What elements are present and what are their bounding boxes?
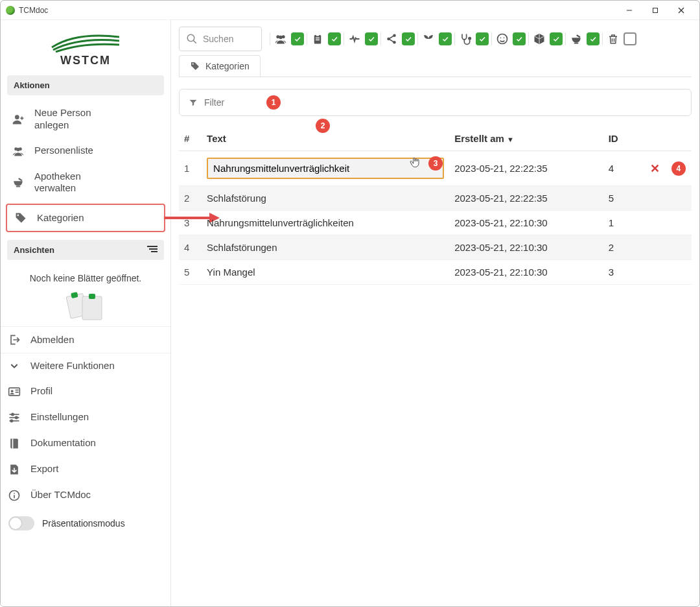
chevron-down-icon	[7, 361, 21, 371]
checkbox[interactable]	[476, 32, 489, 45]
svg-point-33	[187, 34, 194, 42]
checkbox[interactable]	[439, 32, 452, 45]
svg-point-48	[498, 34, 508, 44]
toolbar-filter-smile[interactable]	[491, 32, 526, 45]
window-maximize-button[interactable]	[642, 1, 668, 19]
filter-bar[interactable]: Filter 1	[179, 89, 692, 116]
svg-point-37	[279, 36, 283, 40]
sidebar-item-label: Export	[30, 463, 164, 475]
clipboard-illustration	[1, 283, 170, 324]
sidebar-item-label: Einstellungen	[30, 411, 164, 423]
cell-text: Schlafstörungen	[202, 235, 449, 260]
toolbar-filter-mortar[interactable]	[565, 32, 600, 45]
clipboard-icon	[311, 32, 324, 45]
svg-line-46	[390, 40, 393, 42]
hand-cursor-icon	[409, 155, 421, 171]
cell-num: 5	[179, 260, 202, 285]
delete-x-icon[interactable]: ✕	[650, 162, 660, 175]
presentation-mode-toggle[interactable]	[8, 516, 34, 530]
checkbox[interactable]	[365, 32, 378, 45]
toolbar-filter-clipboard[interactable]	[307, 32, 341, 45]
svg-point-9	[18, 215, 19, 217]
table-row[interactable]: 3Nahrungsmittelunverträglichkeiten2023-0…	[179, 211, 692, 235]
cell-text-editing[interactable]: 3	[202, 151, 449, 186]
checkbox[interactable]	[402, 32, 415, 45]
window-minimize-button[interactable]	[616, 1, 642, 19]
col-head-id[interactable]: ID	[603, 126, 644, 151]
window-title: TCMdoc	[19, 6, 48, 15]
seedling-icon	[422, 32, 435, 45]
checkbox[interactable]	[291, 32, 304, 45]
svg-point-20	[11, 390, 14, 392]
table-row[interactable]: 2Schlafstörung2023-05-21, 22:22:355	[179, 186, 692, 211]
cell-num: 3	[179, 211, 202, 235]
svg-line-34	[193, 40, 196, 43]
sidebar-item-profil[interactable]: Profil	[1, 379, 170, 405]
toolbar-filter-cube[interactable]	[528, 32, 563, 45]
checkbox[interactable]	[587, 32, 600, 45]
col-head-num[interactable]: #	[179, 126, 202, 151]
logo-waves-icon	[47, 30, 124, 53]
sidebar-item-abmelden[interactable]: Abmelden	[1, 327, 170, 353]
cell-num: 4	[179, 235, 202, 260]
search-placeholder: Suchen	[203, 34, 233, 44]
sidebar-item-kategorien[interactable]: Kategorien	[6, 204, 165, 232]
tab-kategorien[interactable]: Kategorien	[179, 55, 261, 77]
checkbox[interactable]	[550, 32, 563, 45]
sidebar-item-apotheken[interactable]: Apotheken verwalten	[5, 164, 167, 202]
sidebar-item-ueber[interactable]: Über TCMdoc	[1, 482, 170, 508]
window-close-button[interactable]	[668, 1, 694, 19]
sidebar-item-dokumentation[interactable]: Dokumentation	[1, 431, 170, 457]
toolbar: Suchen	[171, 20, 699, 55]
cell-num: 2	[179, 186, 202, 211]
cell-text: Yin Mangel	[202, 260, 449, 285]
sidebar-item-label: Dokumentation	[30, 437, 164, 449]
filter-icon	[189, 98, 198, 107]
cube-icon	[533, 32, 546, 45]
checkbox[interactable]	[624, 32, 636, 45]
callout-marker-2: 2	[316, 119, 330, 133]
search-input[interactable]: Suchen	[179, 27, 262, 51]
cell-delete[interactable]: ✕	[644, 151, 666, 186]
col-head-text[interactable]: Text 2	[202, 126, 449, 151]
mortar-icon	[11, 176, 25, 189]
cell-id: 5	[603, 186, 644, 211]
toolbar-filter-stethoscope[interactable]	[454, 32, 489, 45]
toolbar-filter-people[interactable]	[270, 32, 304, 45]
presentation-mode-row[interactable]: Präsentationsmodus	[1, 508, 170, 536]
sidebar-item-export[interactable]: Export	[1, 457, 170, 482]
sidebar-item-label: Profil	[30, 385, 164, 398]
heartbeat-icon	[348, 32, 361, 45]
svg-rect-29	[12, 438, 14, 448]
toolbar-filter-trash[interactable]	[602, 32, 636, 45]
sidebar-item-personenliste[interactable]: Personenliste	[5, 138, 167, 164]
toolbar-filter-seedling[interactable]	[417, 32, 452, 45]
toolbar-filter-share[interactable]	[380, 32, 415, 45]
sidebar-item-einstellungen[interactable]: Einstellungen	[1, 405, 170, 431]
sidebar-item-label: Apotheken verwalten	[34, 171, 112, 195]
tab-label: Kategorien	[205, 61, 250, 71]
sort-desc-icon: ▼	[507, 136, 514, 143]
checkbox[interactable]	[513, 32, 526, 45]
svg-rect-51	[574, 43, 579, 44]
table-row[interactable]: 5Yin Mangel2023-05-21, 22:10:303	[179, 260, 692, 285]
cell-marker: 4	[666, 151, 692, 186]
sidebar-lower: Abmelden Weitere Funktionen Profil Einst…	[1, 326, 170, 536]
tab-strip: Kategorien	[171, 55, 699, 77]
table-row[interactable]: 132023-05-21, 22:22:354✕4	[179, 151, 692, 186]
cell-date: 2023-05-21, 22:10:30	[449, 211, 603, 235]
cell-num: 1	[179, 151, 202, 186]
col-head-date[interactable]: Erstellt am▼	[449, 126, 603, 151]
sidebar-item-neue-person[interactable]: Neue Person anlegen	[5, 101, 167, 138]
toolbar-filter-heartbeat[interactable]	[344, 32, 378, 45]
svg-point-7	[16, 147, 19, 150]
sidebar-section-aktionen: Aktionen	[7, 75, 164, 95]
checkbox[interactable]	[328, 32, 341, 45]
cell-id: 1	[603, 211, 644, 235]
sidebar: WSTCM Aktionen Neue Person anlegen Perso…	[1, 20, 171, 606]
sidebar-item-weitere[interactable]: Weitere Funktionen	[1, 353, 170, 379]
cell-id: 2	[603, 235, 644, 260]
sidebar-item-label: Personenliste	[34, 145, 160, 157]
table-row[interactable]: 4Schlafstörungen2023-05-21, 22:10:302	[179, 235, 692, 260]
categories-table: # Text 2 Erstellt am▼ ID	[179, 126, 692, 285]
